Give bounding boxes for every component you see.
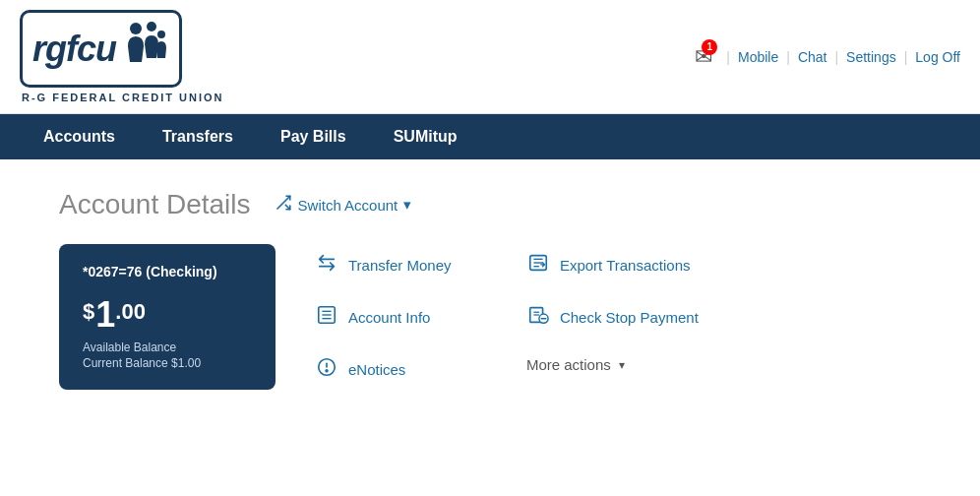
account-info-icon xyxy=(315,304,338,331)
main-content: Account Details Switch Account ▾ *0267=7… xyxy=(0,159,980,420)
logo-area: rgfcu R-G FEDERAL CREDIT UNION xyxy=(20,10,223,103)
page-header: Account Details Switch Account ▾ xyxy=(59,189,921,220)
transfer-money-item: Transfer Money xyxy=(315,244,487,286)
main-nav: Accounts Transfers Pay Bills SUMitup xyxy=(0,114,980,159)
account-info-item: Account Info xyxy=(315,296,487,339)
nav-transfers[interactable]: Transfers xyxy=(139,114,257,159)
header-right: ✉ 1 | Mobile | Chat | Settings | Log Off xyxy=(695,44,960,70)
transfer-money-link[interactable]: Transfer Money xyxy=(348,257,451,274)
nav-accounts[interactable]: Accounts xyxy=(20,114,139,159)
balance-display: $ 1 .00 xyxy=(83,297,252,333)
enotices-icon xyxy=(315,356,338,383)
svg-point-20 xyxy=(326,370,328,372)
logo-subtitle: R-G FEDERAL CREDIT UNION xyxy=(20,92,223,103)
nav-paybills[interactable]: Pay Bills xyxy=(257,114,370,159)
sep-1: | xyxy=(726,49,730,65)
available-balance-label: Available Balance xyxy=(83,341,252,354)
header: rgfcu R-G FEDERAL CREDIT UNION ✉ xyxy=(0,0,980,114)
sep-4: | xyxy=(904,49,908,65)
export-transactions-icon xyxy=(526,252,550,279)
switch-chevron-icon: ▾ xyxy=(403,196,411,214)
svg-point-2 xyxy=(157,31,165,38)
sep-3: | xyxy=(834,49,838,65)
actions-area: Transfer Money Export Transactions xyxy=(315,244,699,391)
sep-2: | xyxy=(786,49,790,65)
logoff-link[interactable]: Log Off xyxy=(915,49,960,65)
check-stop-payment-item: Check Stop Payment xyxy=(526,296,699,339)
svg-point-0 xyxy=(130,23,142,34)
enotices-item: eNotices xyxy=(315,348,487,391)
mobile-link[interactable]: Mobile xyxy=(738,49,778,65)
logo-text: rgfcu xyxy=(32,29,116,70)
balance-cents: .00 xyxy=(115,301,146,323)
check-stop-payment-icon xyxy=(526,304,550,331)
switch-icon xyxy=(275,194,292,216)
switch-account-label: Switch Account xyxy=(298,197,398,214)
export-transactions-link[interactable]: Export Transactions xyxy=(560,257,691,274)
nav-sumitup[interactable]: SUMitup xyxy=(370,114,481,159)
check-stop-payment-link[interactable]: Check Stop Payment xyxy=(560,309,699,326)
logo-family-icon xyxy=(122,19,169,79)
page-title: Account Details xyxy=(59,189,251,220)
settings-link[interactable]: Settings xyxy=(846,49,896,65)
account-info-link[interactable]: Account Info xyxy=(348,309,430,326)
more-actions-label: More actions xyxy=(526,356,611,373)
more-actions-chevron-icon: ▾ xyxy=(619,358,625,372)
mail-badge: 1 xyxy=(702,39,717,55)
account-card: *0267=76 (Checking) $ 1 .00 Available Ba… xyxy=(59,244,276,390)
switch-account-button[interactable]: Switch Account ▾ xyxy=(267,190,420,219)
content-area: *0267=76 (Checking) $ 1 .00 Available Ba… xyxy=(59,244,921,391)
more-actions-button[interactable]: More actions ▾ xyxy=(526,348,699,381)
transfer-money-icon xyxy=(315,252,338,279)
current-balance-label: Current Balance $1.00 xyxy=(83,356,252,370)
balance-integer: 1 xyxy=(95,297,115,333)
export-transactions-item: Export Transactions xyxy=(526,244,699,286)
enotices-link[interactable]: eNotices xyxy=(348,361,405,378)
balance-dollar: $ xyxy=(83,301,94,323)
logo-box: rgfcu xyxy=(20,10,182,88)
svg-point-1 xyxy=(147,22,156,31)
account-title: *0267=76 (Checking) xyxy=(83,264,252,279)
mail-icon-wrap[interactable]: ✉ 1 xyxy=(695,44,712,70)
chat-link[interactable]: Chat xyxy=(798,49,827,65)
